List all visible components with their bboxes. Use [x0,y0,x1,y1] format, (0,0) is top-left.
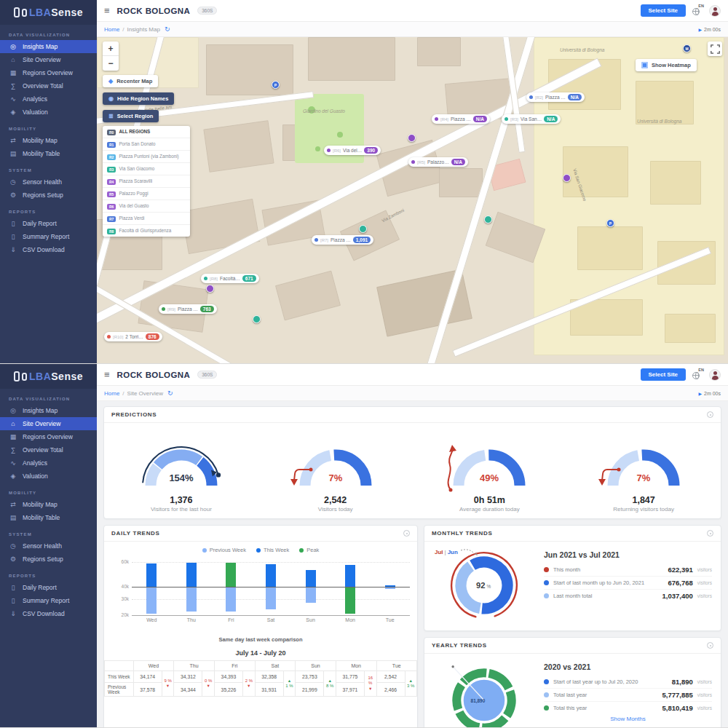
card-options-icon[interactable] [707,642,713,649]
region-list-item-r6[interactable]: R6Via del Guasto [103,200,190,213]
sidebar-item-label: Summary Report [23,597,69,604]
zoom-in-button[interactable]: + [103,41,119,56]
language-switcher[interactable]: EN [692,6,703,15]
bar-this-week [146,563,157,587]
map-marker[interactable] [408,134,416,142]
breadcrumb-home-link[interactable]: Home [104,26,119,33]
app-logo: LBASense [0,364,97,389]
region-name: Piazza … [331,237,351,242]
map-marker[interactable] [563,174,571,182]
menu-icon[interactable]: ≡ [104,6,110,15]
clock-icon: ◷ [9,542,17,550]
map-region-label--r4-[interactable]: [R4]Piazza …N/A [432,114,490,124]
map-region-label--r10-[interactable]: [R10]2 Torri…876 [104,332,162,341]
app-logo: LBASense [0,0,97,25]
sidebar-item-sensor-health[interactable]: ◷Sensor Health [0,539,97,553]
region-list-item-r8[interactable]: R8Facoltà di Giurisprudenza [103,225,190,237]
sidebar-item-mobility-map[interactable]: ⇄Mobility Map [0,134,97,147]
map-region-label--r5-[interactable]: [R5]Palazzo…N/A [408,157,468,167]
predictions-card: PREDICTIONS 154%1,376Visitors for the la… [103,406,721,519]
sidebar-item-site-overview[interactable]: ⌂Site Overview [0,53,97,66]
sidebar-item-csv-download[interactable]: ⇓CSV Download [0,607,97,620]
select-region-button[interactable]: ≣Select Region [103,110,159,122]
legend-item-peak[interactable]: Peak [299,547,319,553]
map-marker[interactable] [206,285,214,293]
sidebar-item-overview-total[interactable]: ∑Overview Total [0,79,97,92]
hide-region-names-button[interactable]: ◉Hide Region Names [103,92,174,105]
sidebar-item-regions-setup[interactable]: ⚙Regions Setup [0,189,97,202]
sidebar-item-regions-overview[interactable]: ▦Regions Overview [0,430,97,443]
card-options-icon[interactable] [403,530,410,537]
place-name-label: Giardino del Guasto [303,108,345,114]
sidebar-item-sensor-health[interactable]: ◷Sensor Health [0,175,97,189]
refresh-icon[interactable]: ↻ [167,389,173,397]
card-options-icon[interactable] [707,530,713,537]
sidebar-item-insights-map[interactable]: ◎Insights Map [0,404,97,417]
play-icon[interactable]: ▶ [698,27,702,32]
sidebar-item-site-overview[interactable]: ⌂Site Overview [0,417,97,430]
region-list-item-r1[interactable]: R1Porta San Donato [103,138,190,151]
refresh-icon[interactable]: ↻ [165,25,170,33]
map-marker[interactable]: P [606,219,614,227]
sidebar-item-valuation[interactable]: ◈Valuation [0,106,97,119]
region-list-item-r2[interactable]: R2Piazza Puntoni (via Zamboni) [103,151,190,163]
bar-previous-week [385,587,395,589]
map-marker[interactable] [484,215,492,223]
map-marker[interactable] [359,225,367,233]
sidebar-item-mobility-table[interactable]: ▤Mobility Table [0,511,97,524]
sidebar-item-label: Sensor Health [23,178,62,186]
map-region-label--r3-[interactable]: [R3]Via San…N/A [502,114,561,124]
sidebar-item-overview-total[interactable]: ∑Overview Total [0,443,97,456]
map-region-label--r9-[interactable]: [R9]Piazza …763 [159,304,217,314]
legend-item-this-week[interactable]: This Week [256,547,289,553]
sidebar-item-summary-report[interactable]: ▯Summary Report [0,230,97,243]
show-months-link[interactable]: Show Months [544,716,712,722]
map-region-label--r8-[interactable]: [R8]Facoltà…671 [201,274,259,283]
zoom-out-button[interactable]: − [103,56,119,71]
map-marker[interactable]: M [683,44,691,52]
map-region-label--r7-[interactable]: [R7]Piazza …1,091 [312,235,373,245]
map-region-label--r2-[interactable]: [R2]Piazza …N/A [526,92,585,102]
region-list-item-r5[interactable]: R5Palazzo Poggi [103,188,190,200]
map-building [308,37,395,81]
map-marker[interactable]: P [272,81,280,89]
recenter-map-button[interactable]: ◈Recenter Map [103,75,158,87]
select-site-button[interactable]: Select Site [641,368,686,381]
region-list-item-r3[interactable]: R3Via San Giacomo [103,163,190,175]
sidebar-item-label: Valuation [23,472,48,480]
map-canvas[interactable]: + − ◈Recenter Map ◉Hide Region Names ≣Se… [97,37,728,363]
map-marker[interactable] [253,315,261,323]
sidebar-item-mobility-table[interactable]: ▤Mobility Table [0,147,97,160]
site-badge: 360S [197,371,217,379]
play-icon[interactable]: ▶ [698,391,702,396]
region-list-item-r4[interactable]: R4Piazza Scaravilli [103,175,190,188]
menu-icon[interactable]: ≡ [104,370,110,379]
sidebar-item-summary-report[interactable]: ▯Summary Report [0,594,97,607]
map-building [577,226,643,270]
sidebar-item-insights-map[interactable]: ◎Insights Map [0,40,97,53]
sidebar-item-valuation[interactable]: ◈Valuation [0,470,97,483]
breadcrumb-home-link[interactable]: Home [104,390,119,397]
bar-previous-week [306,587,316,603]
sidebar-item-daily-report[interactable]: ▯Daily Report [0,581,97,594]
fullscreen-button[interactable] [708,41,722,56]
stat-value: 622,391 [668,566,692,574]
card-options-icon[interactable] [707,411,713,418]
show-heatmap-button[interactable]: Show Heatmap [636,59,697,71]
user-avatar[interactable] [709,5,721,17]
sidebar-item-regions-overview[interactable]: ▦Regions Overview [0,66,97,79]
select-site-button[interactable]: Select Site [641,4,686,17]
region-list-item-r0[interactable]: R0ALL REGIONS [103,126,190,138]
sidebar-item-regions-setup[interactable]: ⚙Regions Setup [0,553,97,566]
sidebar-item-analytics[interactable]: ∿Analytics [0,456,97,470]
sidebar-item-analytics[interactable]: ∿Analytics [0,92,97,106]
sidebar-item-mobility-map[interactable]: ⇄Mobility Map [0,498,97,511]
language-switcher[interactable]: EN [692,370,703,379]
map-region-label--r6-[interactable]: [R6]Via del…390 [324,146,381,155]
user-avatar[interactable] [709,369,721,381]
region-list-item-r7[interactable]: R7Piazza Verdi [103,213,190,225]
legend-item-previous-week[interactable]: Previous Week [202,547,246,553]
region-code: [R5] [417,160,425,165]
sidebar-item-csv-download[interactable]: ⇓CSV Download [0,243,97,256]
sidebar-item-daily-report[interactable]: ▯Daily Report [0,217,97,230]
